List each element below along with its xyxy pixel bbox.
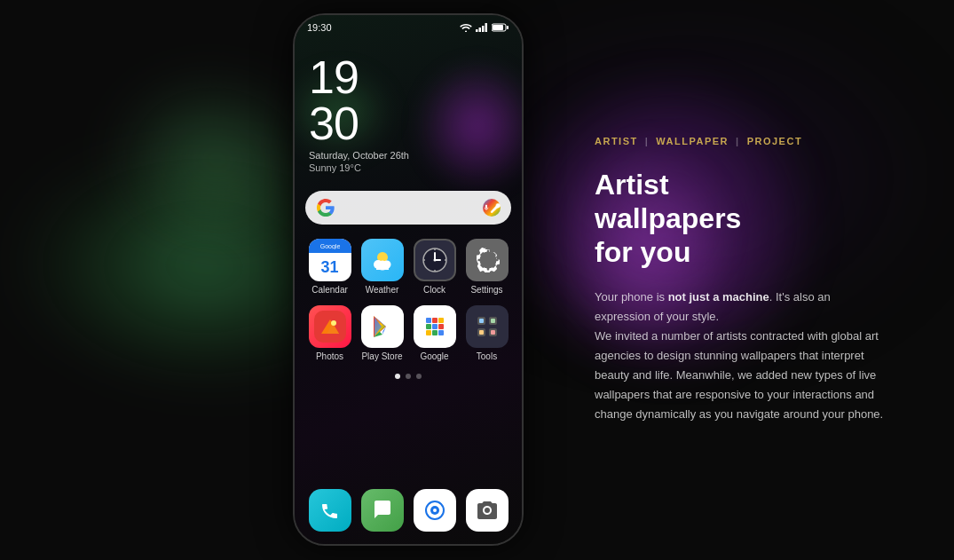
clock-weather: Sunny 19°C — [309, 162, 508, 173]
breadcrumb-sep2: | — [736, 136, 740, 146]
clock-hour: 19 — [309, 54, 508, 100]
svg-point-17 — [434, 248, 436, 250]
svg-point-44 — [485, 508, 490, 513]
breadcrumb-artist: ARTIST — [595, 136, 638, 146]
svg-rect-3 — [485, 23, 488, 32]
app-item-clock[interactable]: Clock — [410, 239, 459, 295]
svg-point-20 — [445, 259, 446, 261]
hero-title-line3: for you — [595, 235, 887, 269]
svg-rect-24 — [426, 318, 431, 323]
svg-rect-39 — [479, 330, 484, 335]
phone-icon — [309, 489, 351, 532]
messages-icon — [361, 489, 404, 532]
hero-desc-text1: Your phone is — [595, 290, 668, 304]
photos-label: Photos — [316, 351, 343, 361]
dock-camera[interactable] — [462, 489, 511, 532]
svg-rect-6 — [507, 26, 509, 29]
clock-label: Clock — [423, 285, 445, 295]
svg-point-18 — [434, 270, 436, 272]
app-item-tools[interactable]: Tools — [462, 305, 511, 361]
dock-messages[interactable] — [358, 489, 406, 532]
svg-rect-25 — [432, 318, 438, 323]
breadcrumb-wallpaper: WALLPAPER — [656, 136, 729, 146]
svg-rect-37 — [479, 319, 484, 323]
google-apps-icon — [414, 305, 456, 348]
page-dots — [295, 374, 522, 379]
svg-rect-32 — [438, 330, 444, 335]
photos-icon — [309, 305, 351, 348]
hero-title-line1: Artist — [595, 168, 887, 201]
dot-1[interactable] — [395, 374, 400, 379]
app-item-photos[interactable]: Photos — [305, 305, 354, 361]
settings-icon — [466, 239, 509, 281]
weather-icon — [361, 239, 404, 281]
svg-rect-0 — [476, 29, 478, 32]
playstore-icon — [361, 305, 404, 348]
settings-label: Settings — [470, 285, 502, 295]
dock — [295, 484, 522, 537]
app-item-weather[interactable]: Weather — [358, 239, 406, 295]
wifi-icon — [460, 23, 472, 32]
focus-icon — [414, 489, 456, 532]
svg-text:Google: Google — [319, 243, 340, 249]
svg-rect-12 — [376, 265, 389, 270]
clock-icon — [414, 239, 456, 281]
dock-focus[interactable] — [410, 489, 459, 532]
svg-rect-30 — [426, 330, 431, 335]
svg-rect-38 — [491, 319, 495, 323]
calendar-label: Calendar — [311, 285, 348, 295]
svg-point-19 — [423, 259, 425, 261]
svg-rect-31 — [432, 330, 438, 335]
playstore-label: Play Store — [361, 351, 402, 361]
tools-label: Tools — [477, 351, 497, 361]
dot-2[interactable] — [406, 374, 411, 379]
signal-icon — [476, 23, 488, 32]
google-logo — [316, 198, 335, 217]
hero-description: Your phone is not just a machine. It's a… — [595, 288, 887, 425]
hero-title-line2: wallpapers — [595, 201, 887, 235]
clock-minute: 30 — [309, 100, 508, 146]
app-item-google[interactable]: Google — [410, 305, 459, 361]
right-panel: ARTIST | WALLPAPER | PROJECT Artist wall… — [550, 0, 932, 560]
hero-desc-text2: . It's also an expression of your style.… — [595, 290, 883, 422]
svg-rect-2 — [482, 26, 485, 32]
clock-display: 19 30 — [309, 54, 508, 146]
dock-phone[interactable] — [305, 489, 354, 532]
app-item-settings[interactable]: Settings — [462, 239, 511, 295]
breadcrumb-sep1: | — [645, 136, 650, 146]
status-bar: 19:30 — [295, 15, 522, 36]
status-time: 19:30 — [307, 22, 332, 33]
app-grid-row2: Photos — [295, 302, 522, 365]
phone-screen: 19:30 — [295, 15, 522, 544]
svg-rect-1 — [479, 28, 482, 32]
svg-rect-29 — [438, 324, 444, 329]
app-grid-row1: Google 31 Calendar — [295, 235, 522, 298]
search-bar[interactable] — [305, 191, 511, 225]
svg-rect-28 — [432, 324, 438, 329]
phone-frame: 19:30 — [293, 13, 524, 546]
svg-rect-26 — [438, 318, 444, 323]
google-label: Google — [420, 351, 448, 361]
dot-3[interactable] — [416, 374, 422, 379]
svg-point-16 — [433, 259, 436, 262]
breadcrumb: ARTIST | WALLPAPER | PROJECT — [595, 136, 887, 146]
calendar-icon: Google 31 — [309, 239, 351, 281]
mic-icon[interactable] — [483, 199, 501, 217]
hero-title: Artist wallpapers for you — [595, 168, 887, 270]
svg-rect-27 — [426, 324, 431, 329]
tools-icon — [466, 305, 509, 348]
weather-label: Weather — [366, 285, 399, 295]
status-icons — [460, 23, 509, 32]
svg-rect-40 — [491, 330, 495, 335]
app-item-playstore[interactable]: Play Store — [358, 305, 406, 361]
app-item-calendar[interactable]: Google 31 Calendar — [305, 239, 354, 295]
svg-point-22 — [331, 320, 336, 326]
phone-mockup: 19:30 — [293, 13, 524, 546]
camera-icon — [466, 489, 509, 532]
clock-widget: 19 30 Saturday, October 26th Sunny 19°C — [295, 36, 522, 177]
svg-rect-5 — [493, 25, 503, 30]
battery-icon — [492, 23, 509, 32]
hero-desc-bold: not just a machine — [668, 290, 769, 304]
clock-date: Saturday, October 26th — [309, 150, 508, 161]
breadcrumb-project: PROJECT — [747, 136, 802, 146]
